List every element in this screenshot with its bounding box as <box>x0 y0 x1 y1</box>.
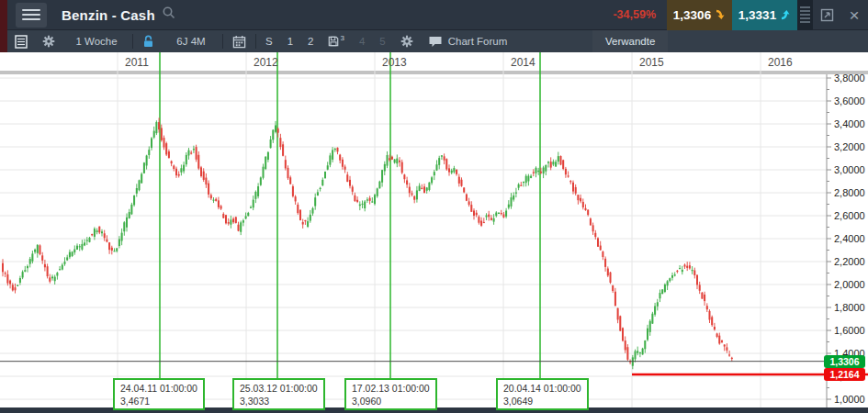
chart-forum-label[interactable]: Chart Forum <box>446 30 515 52</box>
related-button[interactable]: Verwandte <box>592 30 668 52</box>
template-button-2[interactable]: 2 <box>300 30 321 52</box>
annotation-datetime: 24.04.11 01:00:00 <box>120 382 197 395</box>
year-label: 2015 <box>639 56 664 69</box>
support-price-badge: 1,2164 <box>824 368 865 381</box>
save-template-button[interactable]: 3 <box>321 30 351 52</box>
annotation-datetime: 20.04.14 01:00:00 <box>503 382 581 395</box>
template-button-1[interactable]: 1 <box>280 30 300 52</box>
chart-forum-button[interactable] <box>421 30 446 52</box>
lock-icon <box>142 35 154 48</box>
range-select[interactable]: 6J 4M <box>162 30 220 52</box>
quote-list-button[interactable] <box>7 30 35 52</box>
year-label: 2013 <box>382 56 407 69</box>
chart-toolbar: 1 Woche 6J 4M S 1 2 3 4 5 Chart Forum Ve… <box>7 30 868 52</box>
interval-select[interactable]: 1 Woche <box>62 30 130 52</box>
background-window-edge <box>0 0 7 52</box>
gear-icon <box>400 35 413 48</box>
list-icon <box>15 35 28 49</box>
menu-button[interactable] <box>16 3 47 28</box>
gear-icon <box>42 35 55 48</box>
svg-text:2,0000: 2,0000 <box>834 279 865 290</box>
lock-button[interactable] <box>135 30 162 52</box>
svg-text:1,6000: 1,6000 <box>834 325 865 336</box>
svg-text:1,8000: 1,8000 <box>834 302 865 313</box>
svg-text:3,4000: 3,4000 <box>834 118 865 129</box>
last-price-badge: 1,3306 <box>824 355 865 368</box>
annotation-value: 3,0960 <box>352 395 430 407</box>
close-button[interactable]: × <box>842 3 866 27</box>
chart-annotation[interactable]: 25.03.12 01:00:00 3,3033 <box>232 378 325 410</box>
svg-text:3,2000: 3,2000 <box>834 141 865 152</box>
svg-text:2,6000: 2,6000 <box>834 210 865 221</box>
chart-window: 3,80003,60003,40003,20003,00002,80002,60… <box>0 0 868 413</box>
template-button-s[interactable]: S <box>258 30 280 52</box>
chart-annotation[interactable]: 24.04.11 01:00:00 3,4671 <box>113 378 205 410</box>
ask-price-button[interactable]: 1,3331 <box>732 0 797 30</box>
close-icon: × <box>849 6 859 24</box>
template-button-5[interactable]: 5 <box>372 30 392 52</box>
annotation-value: 3,4671 <box>120 395 197 407</box>
save-icon <box>328 36 339 47</box>
template-button-4[interactable]: 4 <box>352 30 372 52</box>
annotation-datetime: 25.03.12 01:00:00 <box>240 382 318 395</box>
chart-annotation[interactable]: 20.04.14 01:00:00 3,0649 <box>496 378 589 410</box>
svg-text:2,2000: 2,2000 <box>834 256 865 267</box>
year-label: 2011 <box>125 56 149 69</box>
chart-settings-button[interactable] <box>393 30 421 52</box>
svg-text:3,8000: 3,8000 <box>834 73 865 84</box>
titlebar: Benzin - Cash -34,59% 1,3306 1,3331 × <box>7 0 868 30</box>
svg-text:2,8000: 2,8000 <box>834 187 865 198</box>
calendar-icon <box>232 35 246 49</box>
bid-price-button[interactable]: 1,3306 <box>667 0 732 30</box>
detach-window-button[interactable] <box>815 3 839 27</box>
save-slot-number: 3 <box>340 34 344 42</box>
svg-text:1,0000: 1,0000 <box>834 394 865 405</box>
bid-price: 1,3306 <box>673 8 711 22</box>
instrument-title: Benzin - Cash <box>62 7 155 23</box>
annotation-datetime: 17.02.13 01:00:00 <box>352 382 430 395</box>
year-label: 2012 <box>254 56 278 69</box>
drag-grip-icon[interactable] <box>797 0 813 30</box>
year-label: 2016 <box>768 56 793 69</box>
annotation-value: 3,0649 <box>503 395 581 407</box>
svg-text:3,0000: 3,0000 <box>834 164 865 175</box>
search-icon[interactable] <box>162 6 176 24</box>
svg-text:3,6000: 3,6000 <box>834 95 865 106</box>
year-label: 2014 <box>511 56 535 69</box>
calendar-button[interactable] <box>225 30 254 52</box>
chart-annotation[interactable]: 17.02.13 01:00:00 3,0960 <box>344 378 437 410</box>
arrow-up-icon <box>781 9 791 20</box>
speech-bubble-icon <box>428 35 443 48</box>
change-percent: -34,59% <box>613 8 656 21</box>
ask-price: 1,3331 <box>738 8 776 22</box>
arrow-down-icon <box>716 9 726 20</box>
svg-text:2,4000: 2,4000 <box>834 233 865 244</box>
annotation-value: 3,3033 <box>240 395 318 407</box>
settings-button[interactable] <box>35 30 62 52</box>
